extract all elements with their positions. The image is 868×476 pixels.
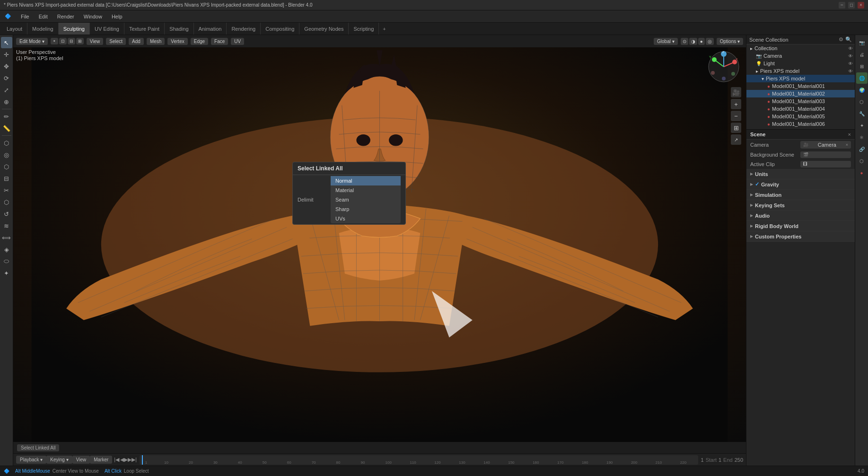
props-close-icon[interactable]: ×: [848, 132, 851, 137]
tool-poly-build[interactable]: ⬡: [1, 196, 12, 208]
outliner-item-light[interactable]: 💡 Light 👁: [746, 60, 855, 67]
viewport-options-2[interactable]: ⊡: [59, 38, 67, 44]
props-particles-icon[interactable]: ✦: [856, 120, 868, 131]
props-object-icon[interactable]: ⬡: [856, 96, 868, 107]
custom-props-header[interactable]: ▸ Custom Properties: [746, 231, 855, 241]
props-physics-icon[interactable]: ⚛: [856, 132, 868, 143]
props-scene-icon[interactable]: 🌐: [856, 72, 868, 84]
tab-modeling[interactable]: Modeling: [27, 23, 59, 35]
viewport-area[interactable]: Edit Mode ▾ ⚬ ⊡ ⊟ ⊞ View Select Add Mesh…: [13, 35, 746, 466]
tab-sculpting[interactable]: Sculpting: [59, 23, 90, 35]
tool-move[interactable]: ✥: [1, 61, 12, 72]
tool-transform[interactable]: ⊕: [1, 96, 12, 107]
tool-select[interactable]: ↖: [1, 37, 12, 48]
outliner-item-camera[interactable]: 📷 Camera 👁: [746, 52, 855, 60]
viewport-face-btn[interactable]: Face: [211, 38, 228, 45]
tool-knife[interactable]: ✂: [1, 185, 12, 196]
tool-annotate[interactable]: ✏: [1, 111, 12, 122]
outliner-filter-icon[interactable]: ⚙: [839, 36, 843, 43]
gravity-header[interactable]: ▸ ✓ Gravity: [746, 179, 855, 189]
timeline-cursor[interactable]: [142, 455, 143, 465]
collection-visible-icon[interactable]: 👁: [848, 46, 853, 51]
tab-texture-paint[interactable]: Texture Paint: [124, 23, 165, 35]
tool-rip[interactable]: ✦: [1, 267, 12, 279]
option-material[interactable]: Material: [331, 185, 401, 195]
navigation-gizmo[interactable]: X Y Z: [707, 50, 740, 84]
viewport-select-btn[interactable]: Select: [106, 38, 126, 45]
playback-btn[interactable]: Playback ▾: [16, 456, 46, 464]
option-normal[interactable]: Normal: [331, 176, 401, 185]
tab-scripting[interactable]: Scripting: [349, 23, 379, 35]
props-output-icon[interactable]: 🖨: [856, 49, 868, 60]
marker-btn[interactable]: Marker: [90, 456, 112, 464]
outliner-item-piers-mesh[interactable]: ▾ Piers XPS model: [746, 75, 855, 82]
tool-scale[interactable]: ⤢: [1, 84, 12, 96]
gravity-checkbox[interactable]: ✓: [755, 181, 759, 187]
tool-extrude[interactable]: ⬡: [1, 137, 12, 149]
select-linked-btn[interactable]: Select Linked All: [17, 444, 59, 451]
maximize-button[interactable]: □: [848, 2, 855, 9]
play-btn[interactable]: ▶: [124, 457, 128, 463]
tool-shrink-wrap[interactable]: ◈: [1, 244, 12, 255]
menu-window[interactable]: Window: [82, 13, 104, 20]
active-clip-value[interactable]: 🎞: [800, 161, 851, 167]
rigid-body-header[interactable]: ▸ Rigid Body World: [746, 221, 855, 231]
tab-compositing[interactable]: Compositing: [261, 23, 299, 35]
view-btn[interactable]: View: [72, 456, 90, 464]
outliner-search-icon[interactable]: 🔍: [845, 36, 852, 43]
zoom-out-btn[interactable]: −: [731, 111, 741, 121]
light-vis-icon[interactable]: 👁: [848, 61, 853, 66]
outliner-item-mat001[interactable]: ● Model001_Material001: [746, 82, 855, 90]
tool-inset[interactable]: ◎: [1, 149, 12, 160]
camera-prop-value[interactable]: 🎥 Camera ×: [800, 141, 851, 149]
viewport-solid-btn[interactable]: ◎: [706, 38, 714, 45]
bg-scene-value[interactable]: 🎬: [800, 151, 851, 158]
zoom-camera-btn[interactable]: 🎥: [731, 87, 741, 97]
simulation-header[interactable]: ▸ Simulation: [746, 190, 855, 200]
viewport-options-4[interactable]: ⊞: [76, 38, 84, 44]
orthographic-btn[interactable]: ⊞: [731, 123, 741, 133]
menu-edit[interactable]: Edit: [37, 13, 50, 20]
zoom-in-btn[interactable]: +: [731, 99, 741, 109]
outliner-item-piers-parent[interactable]: ▸ Piers XPS model 👁: [746, 67, 855, 75]
tab-uv-editing[interactable]: UV Editing: [90, 23, 124, 35]
viewport-options-btn[interactable]: Options ▾: [717, 38, 743, 45]
viewport-options-1[interactable]: ⚬: [51, 38, 58, 44]
tool-measure[interactable]: 📏: [1, 123, 12, 134]
audio-header[interactable]: ▸ Audio: [746, 211, 855, 220]
add-workspace-button[interactable]: +: [379, 23, 389, 35]
viewport-shading-btn[interactable]: ◑: [689, 38, 697, 45]
outliner-item-mat004[interactable]: ● Model001_Material004: [746, 105, 855, 113]
viewport-edge-btn[interactable]: Edge: [191, 38, 208, 45]
props-material-icon[interactable]: ●: [856, 167, 868, 178]
outliner-item-mat006[interactable]: ● Model001_Material006: [746, 120, 855, 128]
option-seam[interactable]: Seam: [331, 195, 401, 204]
outliner-item-mat005[interactable]: ● Model001_Material005: [746, 113, 855, 120]
viewport-add-btn[interactable]: Add: [129, 38, 144, 45]
menu-help[interactable]: Help: [110, 13, 124, 20]
viewport-mode-dropdown[interactable]: Edit Mode ▾: [16, 38, 48, 45]
end-frame-btn[interactable]: ▶|: [132, 457, 137, 463]
tool-cursor[interactable]: ✛: [1, 49, 12, 60]
timeline-ruler[interactable]: 1 10 20 30 40 50 60 70 80 90 100 110 120…: [140, 455, 698, 465]
keying-sets-header[interactable]: ▸ Keying Sets: [746, 200, 855, 210]
viewport-uv-btn[interactable]: UV: [231, 38, 244, 45]
tool-smooth[interactable]: ≋: [1, 220, 12, 231]
tool-rotate[interactable]: ⟳: [1, 72, 12, 84]
props-data-icon[interactable]: ⬡: [856, 155, 868, 167]
tab-animation[interactable]: Animation: [194, 23, 227, 35]
viewport-mesh-btn[interactable]: Mesh: [147, 38, 165, 45]
viewport-view-btn[interactable]: View: [87, 38, 104, 45]
props-constraints-icon[interactable]: 🔗: [856, 143, 868, 155]
menu-render[interactable]: Render: [55, 13, 76, 20]
menu-blender[interactable]: 🔷: [3, 12, 13, 20]
camera-remove-icon[interactable]: ×: [846, 142, 848, 147]
tool-edge-slide[interactable]: ⟺: [1, 232, 12, 243]
keying-btn[interactable]: Keying ▾: [46, 456, 72, 464]
tool-shear[interactable]: ⬭: [1, 256, 12, 267]
next-frame-btn[interactable]: ▶: [128, 457, 132, 463]
viewport-vertex-btn[interactable]: Vertex: [167, 38, 187, 45]
close-button[interactable]: ×: [858, 2, 864, 9]
tool-bevel[interactable]: ⬡: [1, 161, 12, 172]
tab-geometry-nodes[interactable]: Geometry Nodes: [299, 23, 349, 35]
